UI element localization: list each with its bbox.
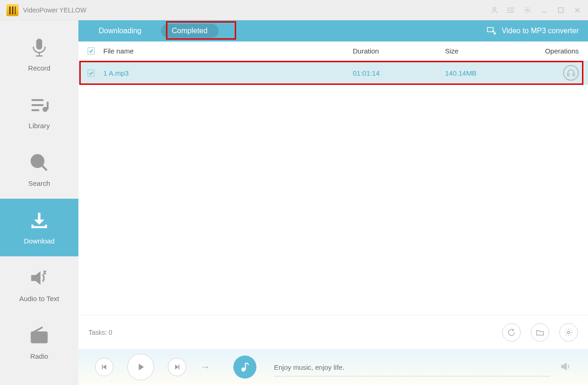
svg-rect-37 — [245, 363, 246, 369]
previous-button[interactable] — [95, 358, 113, 376]
tab-downloading[interactable]: Downloading — [88, 24, 153, 38]
row-checkbox[interactable] — [88, 70, 95, 77]
gear-icon[interactable] — [523, 6, 532, 14]
settings-button[interactable] — [559, 323, 578, 342]
audio-to-text-icon — [29, 268, 49, 288]
svg-rect-32 — [102, 365, 102, 369]
select-all-checkbox[interactable] — [88, 47, 95, 54]
svg-point-36 — [241, 367, 245, 372]
sidebar-item-label: Radio — [30, 352, 48, 360]
converter-label: Video to MP3 converter — [502, 27, 579, 35]
column-duration: Duration — [353, 47, 445, 55]
svg-point-23 — [42, 335, 46, 339]
svg-marker-31 — [103, 365, 106, 369]
close-button[interactable] — [573, 6, 582, 14]
table-row[interactable]: 1 A.mp3 01:01:14 140.14MB — [78, 61, 588, 85]
svg-point-6 — [508, 12, 509, 12]
refresh-button[interactable] — [502, 323, 521, 342]
app-title: VideoPower YELLOW — [23, 6, 86, 14]
converter-icon — [486, 26, 496, 36]
cell-filename: 1 A.mp3 — [103, 69, 353, 77]
sidebar: Record Library Search Download Audio to … — [0, 20, 78, 385]
sidebar-item-label: Search — [28, 179, 50, 187]
svg-rect-29 — [573, 74, 574, 76]
music-disc-icon — [233, 355, 256, 379]
svg-point-4 — [508, 7, 509, 8]
play-button[interactable] — [127, 354, 154, 380]
sidebar-item-label: Library — [29, 122, 50, 130]
svg-rect-28 — [568, 74, 569, 76]
tab-completed[interactable]: Completed — [161, 24, 219, 38]
player-bar: → Enjoy music, enjoy life. — [78, 349, 588, 385]
listen-button[interactable] — [563, 65, 579, 81]
svg-marker-33 — [139, 364, 143, 370]
svg-point-30 — [568, 331, 570, 333]
sidebar-item-record[interactable]: Record — [0, 26, 78, 83]
svg-point-7 — [527, 9, 529, 11]
column-size: Size — [445, 47, 537, 55]
next-button[interactable] — [168, 358, 186, 376]
column-name: File name — [103, 47, 353, 55]
tasks-bar: Tasks: 0 — [78, 315, 588, 349]
microphone-icon — [29, 37, 49, 58]
svg-point-5 — [508, 10, 509, 11]
svg-point-0 — [493, 7, 496, 10]
svg-rect-35 — [178, 365, 179, 369]
column-operations: Operations — [537, 47, 579, 55]
minimize-button[interactable] — [540, 6, 548, 14]
sidebar-item-search[interactable]: Search — [0, 141, 78, 199]
maximize-button[interactable] — [557, 6, 565, 14]
svg-line-21 — [42, 166, 47, 171]
svg-rect-12 — [37, 39, 42, 49]
volume-button[interactable] — [559, 361, 571, 374]
table-header: File name Duration Size Operations — [78, 41, 588, 61]
sidebar-item-audio-to-text[interactable]: Audio to Text — [0, 256, 78, 314]
sidebar-item-radio[interactable]: Radio — [0, 314, 78, 372]
tasks-count: Tasks: 0 — [89, 329, 112, 336]
svg-point-20 — [32, 155, 44, 167]
sidebar-item-library[interactable]: Library — [0, 83, 78, 141]
svg-rect-9 — [558, 7, 564, 12]
right-arrow-icon: → — [200, 361, 210, 373]
search-icon — [29, 153, 49, 173]
file-table: File name Duration Size Operations 1 A.m… — [78, 41, 588, 315]
radio-icon — [29, 326, 49, 346]
svg-marker-34 — [175, 365, 178, 369]
tabs-bar: Downloading Completed Video to MP3 conve… — [78, 20, 588, 41]
sidebar-item-label: Download — [24, 237, 55, 245]
video-to-mp3-link[interactable]: Video to MP3 converter — [486, 26, 579, 36]
cell-duration: 01:01:14 — [353, 69, 445, 77]
app-logo-icon — [6, 4, 18, 16]
main-area: Downloading Completed Video to MP3 conve… — [78, 20, 588, 385]
download-icon — [29, 210, 49, 231]
sidebar-item-label: Audio to Text — [19, 295, 59, 302]
titlebar: VideoPower YELLOW — [0, 0, 588, 20]
sidebar-item-download[interactable]: Download — [0, 199, 78, 256]
cell-size: 140.14MB — [445, 69, 537, 77]
player-message: Enjoy music, enjoy life. — [274, 363, 550, 371]
open-folder-button[interactable] — [531, 323, 549, 342]
headphones-icon — [566, 68, 576, 77]
library-icon — [29, 95, 49, 115]
sidebar-item-label: Record — [28, 64, 50, 72]
list-icon[interactable] — [507, 6, 515, 14]
account-icon[interactable] — [490, 6, 499, 14]
